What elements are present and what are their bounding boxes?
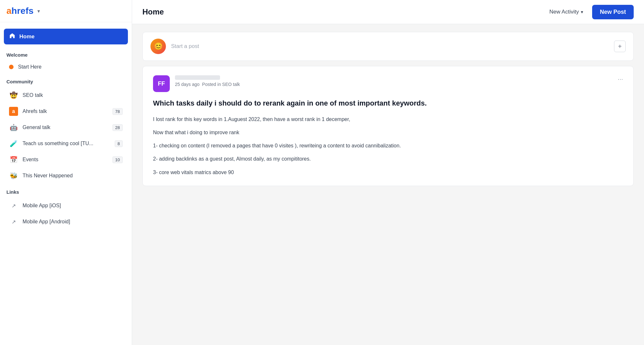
composer-avatar-image: 😊: [150, 39, 166, 54]
post-paragraph-5: 3- core web vitals matrics above 90: [153, 168, 623, 177]
sidebar-home-label: Home: [19, 33, 34, 40]
topbar: Home New Activity ▾ New Post: [132, 0, 644, 24]
teach-us-badge: 8: [115, 140, 123, 147]
logo-chevron-icon[interactable]: ▾: [37, 8, 40, 14]
events-badge: 10: [112, 156, 123, 163]
sidebar-item-general-talk[interactable]: 🤖 General talk 28: [3, 120, 129, 135]
sidebar-item-start-here[interactable]: Start Here: [3, 61, 129, 73]
composer-avatar: 😊: [150, 39, 166, 54]
sidebar-item-mobile-ios[interactable]: ↗ Mobile App [iOS]: [3, 198, 129, 213]
ahrefs-talk-label: Ahrefs talk: [23, 108, 108, 114]
post-more-icon[interactable]: ···: [618, 75, 623, 83]
sidebar-item-this-never-happened[interactable]: 🐝 This Never Happened: [3, 168, 129, 183]
sidebar-item-teach-us[interactable]: 🧪 Teach us something cool [TU... 8: [3, 136, 129, 151]
post-time-row: 25 days ago Posted in SEO talk: [175, 82, 612, 87]
start-here-label: Start Here: [18, 64, 123, 70]
ahrefs-talk-badge: 78: [112, 108, 123, 115]
post-location: Posted in SEO talk: [202, 82, 240, 87]
home-icon: [9, 33, 15, 41]
sidebar-item-events[interactable]: 📅 Events 10: [3, 152, 129, 167]
new-activity-button[interactable]: New Activity ▾: [544, 5, 588, 18]
post-title: Which tasks daily i should do to rerank …: [153, 98, 623, 108]
post-composer[interactable]: 😊 Start a post +: [142, 32, 634, 61]
post-card: FF 25 days ago Posted in SEO talk ··· Wh…: [142, 66, 634, 186]
logo-a: a: [6, 6, 12, 16]
ahrefs-talk-icon: a: [9, 107, 18, 116]
sidebar-header: ahrefs ▾: [0, 0, 132, 22]
logo-rest: hrefs: [12, 6, 34, 16]
post-paragraph-2: Now that what i doing to improve rank: [153, 128, 623, 137]
post-body: I lost rank for this key words in 1.Augu…: [153, 115, 623, 177]
mobile-android-label: Mobile App [Android]: [23, 219, 123, 225]
events-icon: 📅: [9, 155, 18, 164]
composer-placeholder[interactable]: Start a post: [171, 43, 609, 50]
sidebar-item-ahrefs-talk[interactable]: a Ahrefs talk 78: [3, 104, 129, 119]
mobile-android-icon: ↗: [9, 217, 18, 226]
logo: ahrefs: [6, 6, 34, 16]
content-area: 😊 Start a post + FF 25 days ago Posted i…: [132, 24, 644, 345]
mobile-ios-icon: ↗: [9, 201, 18, 210]
composer-plus-button[interactable]: +: [614, 41, 626, 52]
general-talk-icon: 🤖: [9, 123, 18, 132]
post-header: FF 25 days ago Posted in SEO talk ···: [153, 75, 623, 92]
this-never-happened-icon: 🐝: [9, 171, 18, 180]
section-title-welcome: Welcome: [0, 47, 132, 60]
section-title-community: Community: [0, 74, 132, 87]
page-title: Home: [142, 7, 164, 16]
events-label: Events: [23, 157, 108, 163]
teach-us-icon: 🧪: [9, 139, 18, 148]
seo-talk-icon: 🤠: [9, 91, 18, 100]
post-meta: 25 days ago Posted in SEO talk: [175, 75, 612, 87]
main-content: Home New Activity ▾ New Post 😊 Start a p…: [132, 0, 644, 345]
sidebar-item-seo-talk[interactable]: 🤠 SEO talk: [3, 88, 129, 103]
new-post-button[interactable]: New Post: [592, 5, 634, 19]
seo-talk-label: SEO talk: [23, 92, 123, 98]
post-author-name-redacted: [175, 75, 220, 80]
post-paragraph-4: 2- adding backlinks as a guest post, Alm…: [153, 154, 623, 163]
sidebar-item-mobile-android[interactable]: ↗ Mobile App [Android]: [3, 214, 129, 229]
sidebar-nav: Home Welcome Start Here Community 🤠 SEO …: [0, 22, 132, 234]
post-time: 25 days ago: [175, 82, 199, 87]
new-activity-label: New Activity: [549, 9, 579, 15]
mobile-ios-label: Mobile App [iOS]: [23, 203, 123, 209]
sidebar-item-home[interactable]: Home: [4, 29, 128, 44]
section-title-links: Links: [0, 184, 132, 197]
post-author-avatar: FF: [153, 75, 170, 92]
new-activity-chevron-icon: ▾: [581, 9, 583, 14]
general-talk-label: General talk: [23, 125, 108, 130]
start-here-dot-icon: [9, 65, 14, 69]
post-paragraph-1: I lost rank for this key words in 1.Augu…: [153, 115, 623, 124]
topbar-actions: New Activity ▾ New Post: [544, 5, 634, 19]
sidebar: ahrefs ▾ Home Welcome Start Here Communi…: [0, 0, 132, 345]
general-talk-badge: 28: [112, 124, 123, 131]
post-paragraph-3: 1- checking on content (I removed a page…: [153, 141, 623, 150]
teach-us-label: Teach us something cool [TU...: [23, 141, 110, 146]
this-never-happened-label: This Never Happened: [23, 173, 123, 179]
